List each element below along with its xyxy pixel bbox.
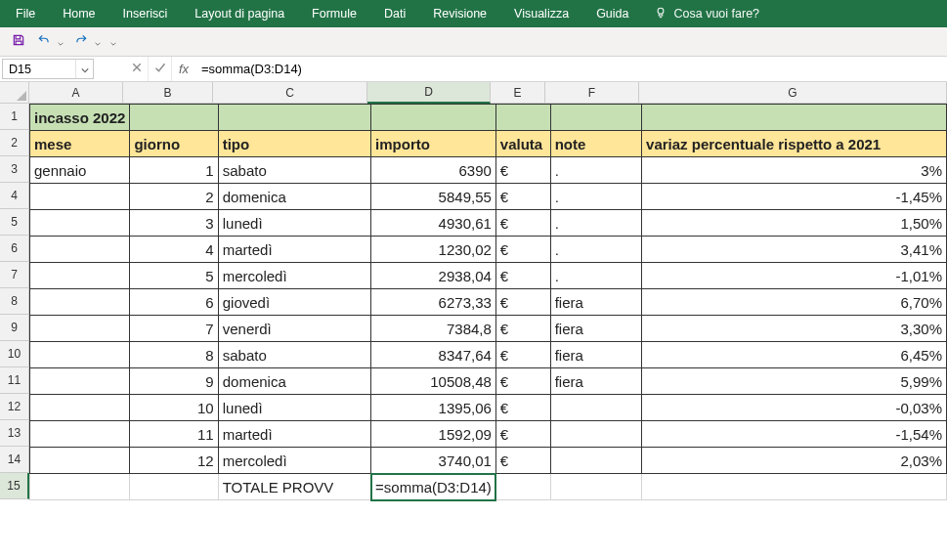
row-header-13[interactable]: 13 xyxy=(0,420,29,447)
row-header-10[interactable]: 10 xyxy=(0,341,29,367)
cell-G1[interactable] xyxy=(642,105,947,131)
cell-F3[interactable]: . xyxy=(550,157,641,184)
cell-F10[interactable]: fiera xyxy=(550,342,641,368)
cell-A9[interactable] xyxy=(30,316,130,342)
cell-E1[interactable] xyxy=(495,105,550,131)
cell-A13[interactable] xyxy=(30,421,130,448)
select-all-corner[interactable] xyxy=(0,82,29,104)
cell-D15[interactable]: =somma(D3:D14) xyxy=(371,474,496,500)
cell-B12[interactable]: 10 xyxy=(130,395,218,421)
col-header-E[interactable]: E xyxy=(491,82,545,104)
tab-formule[interactable]: Formule xyxy=(298,0,370,27)
cell-B7[interactable]: 5 xyxy=(130,263,218,289)
cell-B11[interactable]: 9 xyxy=(130,368,218,395)
cell-D3[interactable]: 6390 xyxy=(371,157,496,184)
cell-B2[interactable]: giorno xyxy=(130,131,218,157)
cell-D5[interactable]: 4930,61 xyxy=(371,210,496,237)
cell-D13[interactable]: 1592,09 xyxy=(371,421,496,448)
cell-B3[interactable]: 1 xyxy=(130,157,218,184)
cell-A5[interactable] xyxy=(30,210,130,237)
row-header-8[interactable]: 8 xyxy=(0,288,29,315)
cell-G12[interactable]: -0,03% xyxy=(642,395,947,421)
cell-C7[interactable]: mercoledì xyxy=(218,263,370,289)
cell-D2[interactable]: importo xyxy=(371,131,496,157)
tab-revisione[interactable]: Revisione xyxy=(419,0,500,27)
undo-button[interactable] xyxy=(33,31,55,53)
redo-dropdown[interactable] xyxy=(92,31,104,53)
row-header-3[interactable]: 3 xyxy=(0,156,29,183)
cell-A4[interactable] xyxy=(30,184,130,210)
cell-G15[interactable] xyxy=(642,474,947,500)
cell-E6[interactable]: € xyxy=(495,237,550,263)
cell-A1[interactable]: incasso 2022 xyxy=(30,105,130,131)
cell-F7[interactable]: . xyxy=(550,263,641,289)
cell-F8[interactable]: fiera xyxy=(550,289,641,316)
cell-E5[interactable]: € xyxy=(495,210,550,237)
cell-A12[interactable] xyxy=(30,395,130,421)
cell-D12[interactable]: 1395,06 xyxy=(371,395,496,421)
cell-A10[interactable] xyxy=(30,342,130,368)
cell-F9[interactable]: fiera xyxy=(550,316,641,342)
cell-B4[interactable]: 2 xyxy=(130,184,218,210)
cell-D14[interactable]: 3740,01 xyxy=(371,448,496,474)
cell-G2[interactable]: variaz percentuale rispetto a 2021 xyxy=(642,131,947,157)
col-header-G[interactable]: G xyxy=(639,82,947,104)
cell-A11[interactable] xyxy=(30,368,130,395)
tab-layout[interactable]: Layout di pagina xyxy=(181,0,298,27)
cell-E7[interactable]: € xyxy=(495,263,550,289)
cell-G4[interactable]: -1,45% xyxy=(642,184,947,210)
cell-B15[interactable] xyxy=(130,474,218,500)
cell-G10[interactable]: 6,45% xyxy=(642,342,947,368)
cell-C15[interactable]: TOTALE PROVV xyxy=(218,474,370,500)
cell-A3[interactable]: gennaio xyxy=(30,157,130,184)
col-header-A[interactable]: A xyxy=(29,82,123,104)
cell-A7[interactable] xyxy=(30,263,130,289)
save-button[interactable] xyxy=(8,31,29,53)
cell-A15[interactable] xyxy=(30,474,130,500)
cell-F6[interactable]: . xyxy=(550,237,641,263)
cell-B13[interactable]: 11 xyxy=(130,421,218,448)
col-header-B[interactable]: B xyxy=(123,82,213,104)
cell-B1[interactable] xyxy=(130,105,218,131)
cell-E15[interactable] xyxy=(495,474,550,500)
cell-C4[interactable]: domenica xyxy=(218,184,370,210)
cell-A14[interactable] xyxy=(30,448,130,474)
cell-E8[interactable]: € xyxy=(495,289,550,316)
cell-F12[interactable] xyxy=(550,395,641,421)
cell-E4[interactable]: € xyxy=(495,184,550,210)
cell-C13[interactable]: martedì xyxy=(218,421,370,448)
cell-G6[interactable]: 3,41% xyxy=(642,237,947,263)
cell-A2[interactable]: mese xyxy=(30,131,130,157)
cell-G5[interactable]: 1,50% xyxy=(642,210,947,237)
cell-G14[interactable]: 2,03% xyxy=(642,448,947,474)
insert-function-button[interactable]: fx xyxy=(172,57,195,81)
cell-A6[interactable] xyxy=(30,237,130,263)
row-header-5[interactable]: 5 xyxy=(0,209,29,236)
cell-G13[interactable]: -1,54% xyxy=(642,421,947,448)
cell-E10[interactable]: € xyxy=(495,342,550,368)
cell-F4[interactable]: . xyxy=(550,184,641,210)
cancel-formula-button[interactable] xyxy=(125,57,149,81)
cell-F13[interactable] xyxy=(550,421,641,448)
cell-D7[interactable]: 2938,04 xyxy=(371,263,496,289)
cell-E12[interactable]: € xyxy=(495,395,550,421)
redo-button[interactable] xyxy=(70,31,92,53)
tell-me-search[interactable]: Cosa vuoi fare? xyxy=(642,6,759,22)
tab-inserisci[interactable]: Inserisci xyxy=(109,0,182,27)
enter-formula-button[interactable] xyxy=(149,57,172,81)
cell-G11[interactable]: 5,99% xyxy=(642,368,947,395)
row-header-1[interactable]: 1 xyxy=(0,104,29,130)
formula-input[interactable] xyxy=(195,57,947,81)
cell-E13[interactable]: € xyxy=(495,421,550,448)
tab-dati[interactable]: Dati xyxy=(370,0,419,27)
row-header-7[interactable]: 7 xyxy=(0,262,29,288)
cell-B8[interactable]: 6 xyxy=(130,289,218,316)
cell-D6[interactable]: 1230,02 xyxy=(371,237,496,263)
cell-B6[interactable]: 4 xyxy=(130,237,218,263)
cell-D9[interactable]: 7384,8 xyxy=(371,316,496,342)
cell-D4[interactable]: 5849,55 xyxy=(371,184,496,210)
cell-F1[interactable] xyxy=(550,105,641,131)
cell-C10[interactable]: sabato xyxy=(218,342,370,368)
cell-E2[interactable]: valuta xyxy=(495,131,550,157)
cell-C2[interactable]: tipo xyxy=(218,131,370,157)
